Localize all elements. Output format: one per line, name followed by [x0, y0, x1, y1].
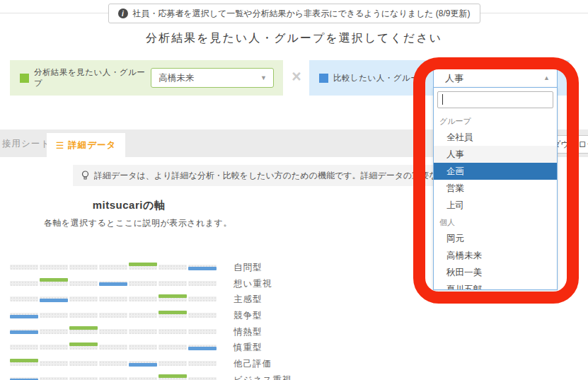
- axis-segment: [10, 281, 38, 286]
- axis-segment: [188, 361, 217, 366]
- tip-bar: 詳細データは、より詳細な分析・比較をしたい方のための機能です。詳細データの重要な…: [73, 165, 469, 186]
- info-icon: i: [117, 8, 127, 18]
- axis-segment: [99, 265, 127, 270]
- blue-marker: [10, 315, 38, 318]
- list-icon: ☰: [56, 141, 65, 150]
- notification-banner: i 社員・応募者を選択して一覧や分析結果から非表示にできるようになりました (8…: [108, 4, 480, 23]
- axis-label[interactable]: 慎重型: [234, 342, 263, 354]
- tab-detail-data[interactable]: ☰ 詳細データ: [47, 133, 125, 157]
- lightbulb-icon: [81, 171, 89, 181]
- blue-marker: [99, 282, 127, 286]
- axis-segment: [129, 329, 157, 334]
- axis-label[interactable]: 情熱型: [234, 326, 263, 338]
- axis-label[interactable]: 競争型: [234, 310, 263, 322]
- green-marker: [158, 374, 187, 378]
- axis-segment: [99, 377, 127, 380]
- tab-interview-sheet[interactable]: 接用シート: [2, 138, 50, 150]
- dropdown-item[interactable]: 秋田一美: [434, 264, 557, 281]
- green-swatch-icon: [20, 74, 29, 83]
- section-subtitle: 各軸を選択するとここに説明が表示されます。: [44, 217, 232, 229]
- axis-segment: [69, 361, 98, 366]
- axis-segment: [99, 296, 127, 301]
- axis-track: [10, 345, 217, 350]
- axis-segment: [99, 361, 127, 366]
- tab-detail-data-label: 詳細データ: [68, 139, 116, 151]
- green-marker: [69, 326, 98, 330]
- chevron-up-icon: ▲: [543, 75, 550, 81]
- axis-track: [10, 329, 217, 334]
- green-marker: [69, 342, 98, 346]
- axis-label[interactable]: 自問型: [234, 262, 263, 274]
- separator-x-icon: ×: [285, 67, 308, 86]
- primary-selector-label: 分析結果を見たい人・グループ: [34, 67, 151, 88]
- compare-select-trigger[interactable]: 人事 ▲: [433, 69, 558, 88]
- blue-swatch-icon: [319, 74, 328, 83]
- axis-track: [10, 265, 217, 270]
- chart-row: 主感型: [10, 292, 321, 308]
- axis-segment: [188, 313, 217, 318]
- axis-track: [10, 361, 217, 366]
- dropdown-item[interactable]: 企画: [434, 163, 557, 180]
- primary-select[interactable]: 高橋未来 ▼: [151, 68, 274, 88]
- axis-segment: [188, 377, 217, 380]
- axis-segment: [188, 281, 217, 286]
- axis-segment: [40, 329, 68, 334]
- axis-segment: [188, 296, 217, 301]
- dropdown-item[interactable]: 上司: [434, 197, 557, 214]
- axis-segment: [10, 345, 38, 350]
- axis-segment: [129, 281, 157, 286]
- dropdown-item[interactable]: 営業: [434, 180, 557, 197]
- notification-text: 社員・応募者を選択して一覧や分析結果から非表示にできるようになりました (8/9…: [132, 8, 470, 20]
- axis-label[interactable]: 他己評価: [234, 358, 272, 370]
- axis-segment: [40, 265, 68, 270]
- axis-segment: [69, 265, 98, 270]
- axis-segment: [10, 265, 38, 270]
- green-marker: [10, 359, 38, 362]
- axis-segment: [99, 345, 127, 350]
- dropdown-item[interactable]: 全社員: [434, 129, 557, 146]
- chart-row: 他己評価: [10, 356, 321, 372]
- compare-select-value: 人事: [445, 72, 463, 85]
- axis-segment: [69, 281, 98, 286]
- axis-segment: [99, 313, 127, 318]
- dropdown-search[interactable]: [437, 91, 553, 108]
- axis-segment: [40, 345, 68, 350]
- section-title: mitsucariの軸: [44, 199, 214, 212]
- primary-selector-panel: 分析結果を見たい人・グループ 高橋未来 ▼: [10, 60, 283, 96]
- dropdown-search-input[interactable]: [438, 92, 553, 108]
- page-heading: 分析結果を見たい人・グループを選択してください: [0, 31, 588, 46]
- chart-row: 想い重視: [10, 276, 321, 292]
- chart-row: ビジネス重視: [10, 372, 321, 380]
- dropdown-group-header: 個人: [434, 214, 557, 230]
- axis-segment: [129, 313, 157, 318]
- dropdown-item[interactable]: 岡元: [434, 230, 557, 247]
- dropdown-item[interactable]: 人事: [434, 146, 557, 163]
- axis-segment: [158, 329, 187, 334]
- axis-label[interactable]: 主感型: [234, 294, 263, 306]
- dropdown-item[interactable]: 高橋未来: [434, 247, 557, 264]
- axis-label[interactable]: ビジネス重視: [234, 374, 292, 380]
- axis-label[interactable]: 想い重視: [234, 278, 272, 290]
- axis-segment: [40, 313, 68, 318]
- blue-marker: [10, 330, 38, 334]
- text-cursor: [442, 94, 443, 105]
- chart-row: 自問型: [10, 260, 321, 276]
- chart-row: 競争型: [10, 308, 321, 324]
- chart-row: 慎重型: [10, 340, 321, 356]
- dropdown-item[interactable]: 夏川五郎: [434, 281, 557, 290]
- dropdown-panel: グループ全社員人事企画営業上司個人岡元高橋未来秋田一美夏川五郎: [433, 87, 558, 290]
- green-marker: [40, 278, 68, 282]
- tip-text: 詳細データは、より詳細な分析・比較をしたい方のための機能です。詳細データの重要な…: [94, 170, 490, 182]
- blue-marker: [188, 347, 217, 350]
- axis-segment: [10, 296, 38, 301]
- blue-marker: [40, 299, 68, 302]
- dropdown-group-header: グループ: [434, 113, 557, 129]
- axis-segment: [188, 329, 217, 334]
- compare-selector-label: 比較したい人・グループ: [333, 73, 428, 84]
- blue-marker: [129, 363, 157, 367]
- green-marker: [129, 263, 157, 266]
- axis-segment: [69, 377, 98, 380]
- axis-segment: [129, 345, 157, 350]
- axis-segment: [158, 345, 187, 350]
- axis-segment: [40, 361, 68, 366]
